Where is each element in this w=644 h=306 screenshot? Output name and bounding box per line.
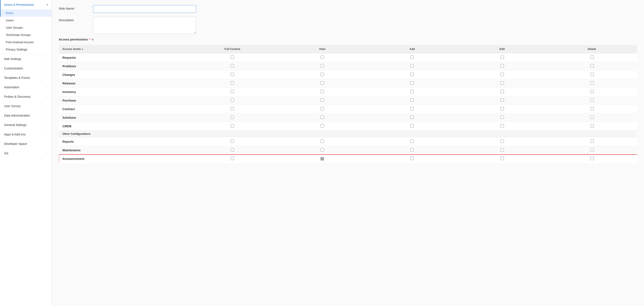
sidebar-item-roles[interactable]: Roles: [0, 9, 52, 17]
sidebar-section-automation[interactable]: Automation ›: [0, 82, 52, 92]
checkbox-announcement-add[interactable]: [410, 157, 414, 160]
checkbox-requests-full-control[interactable]: [230, 55, 234, 59]
checkbox-releases-full-control[interactable]: [230, 81, 234, 85]
checkbox-maintenance-view[interactable]: [320, 148, 324, 151]
checkbox-inventory-add[interactable]: [410, 90, 414, 93]
checkbox-purchase-view[interactable]: [320, 98, 324, 102]
checkbox-announcement-delete[interactable]: [590, 157, 594, 160]
row-label: Problems: [59, 62, 188, 70]
checkbox-reports-edit[interactable]: [500, 139, 504, 143]
sidebar-item-fine-grained-access[interactable]: Fine-Grained Access: [0, 38, 52, 46]
sidebar-item-users[interactable]: Users: [0, 17, 52, 24]
checkbox-problems-full-control[interactable]: [230, 64, 234, 67]
checkbox-requests-delete[interactable]: [590, 55, 594, 59]
checkbox-releases-view[interactable]: [320, 81, 324, 85]
sidebar-section-users-permissions[interactable]: Users & Permissions ∨: [0, 0, 52, 9]
cell-edit: [457, 53, 547, 62]
checkbox-solutions-add[interactable]: [410, 115, 414, 119]
checkbox-inventory-full-control[interactable]: [230, 90, 234, 93]
checkbox-releases-edit[interactable]: [500, 81, 504, 85]
role-name-input[interactable]: [93, 5, 196, 13]
sidebar-item-user-groups[interactable]: User Groups: [0, 24, 52, 31]
checkbox-changes-delete[interactable]: [590, 73, 594, 76]
checkbox-cmdb-add[interactable]: [410, 124, 414, 127]
sidebar-section-apps-label: Apps & Add-ons: [4, 133, 26, 136]
checkbox-cmdb-delete[interactable]: [590, 124, 594, 127]
sidebar-section-probes-discovery[interactable]: Probes & Discovery ›: [0, 92, 52, 101]
cell-add: [367, 146, 457, 155]
sidebar-section-zia[interactable]: Zia ›: [0, 148, 52, 158]
sidebar-item-privacy-settings[interactable]: Privacy Settings: [0, 46, 52, 53]
checkbox-reports-full-control[interactable]: [230, 139, 234, 143]
cell-delete: [547, 137, 637, 146]
checkbox-announcement-full-control[interactable]: [230, 157, 234, 160]
checkbox-changes-view[interactable]: [320, 73, 324, 76]
table-row: Reports: [59, 137, 637, 146]
checkbox-reports-add[interactable]: [410, 139, 414, 143]
checkbox-solutions-delete[interactable]: [590, 115, 594, 119]
checkbox-releases-delete[interactable]: [590, 81, 594, 85]
checkbox-changes-add[interactable]: [410, 73, 414, 76]
checkbox-contract-full-control[interactable]: [230, 107, 234, 110]
checkbox-contract-add[interactable]: [410, 107, 414, 110]
checkbox-purchase-edit[interactable]: [500, 98, 504, 102]
cell-view: [278, 122, 367, 130]
checkbox-changes-full-control[interactable]: [230, 73, 234, 76]
checkbox-inventory-edit[interactable]: [500, 90, 504, 93]
cell-add: [367, 70, 457, 79]
cell-edit: [457, 155, 547, 163]
cell-add: [367, 113, 457, 122]
checkbox-announcement-view-checked[interactable]: ✓: [320, 157, 324, 161]
sidebar-section-mail-settings[interactable]: Mail Settings ›: [0, 54, 52, 64]
checkbox-solutions-view[interactable]: [320, 115, 324, 119]
checkbox-problems-edit[interactable]: [500, 64, 504, 67]
checkbox-inventory-delete[interactable]: [590, 90, 594, 93]
checkbox-requests-edit[interactable]: [500, 55, 504, 59]
checkbox-reports-delete[interactable]: [590, 139, 594, 143]
cell-delete: [547, 53, 637, 62]
cell-view: [278, 113, 367, 122]
sidebar-section-templates-forms[interactable]: Templates & Forms ›: [0, 73, 52, 82]
sidebar-section-apps-addons[interactable]: Apps & Add-ons ›: [0, 130, 52, 139]
sidebar-item-technician-groups[interactable]: Technician Groups: [0, 31, 52, 38]
checkbox-solutions-edit[interactable]: [500, 115, 504, 119]
cell-edit: [457, 146, 547, 155]
checkbox-contract-edit[interactable]: [500, 107, 504, 110]
checkbox-cmdb-edit[interactable]: [500, 124, 504, 127]
checkbox-cmdb-view[interactable]: [320, 124, 324, 127]
chevron-down-icon[interactable]: ∨: [92, 38, 94, 41]
checkbox-problems-delete[interactable]: [590, 64, 594, 67]
checkbox-reports-view[interactable]: [320, 139, 324, 143]
sidebar-section-data-administration[interactable]: Data Administration ›: [0, 111, 52, 120]
checkbox-contract-view[interactable]: [320, 107, 324, 110]
chevron-icon: ›: [48, 86, 48, 89]
checkbox-cmdb-full-control[interactable]: [230, 124, 234, 127]
checkbox-maintenance-delete[interactable]: [590, 148, 594, 151]
checkbox-maintenance-full-control[interactable]: [230, 148, 234, 151]
checkbox-purchase-full-control[interactable]: [230, 98, 234, 102]
checkbox-purchase-add[interactable]: [410, 98, 414, 102]
checkbox-maintenance-edit[interactable]: [500, 148, 504, 151]
sidebar-section-general-settings[interactable]: General Settings ›: [0, 120, 52, 130]
checkbox-requests-view[interactable]: [320, 55, 324, 59]
checkbox-changes-edit[interactable]: [500, 73, 504, 76]
checkbox-purchase-delete[interactable]: [590, 98, 594, 102]
description-textarea[interactable]: [93, 17, 196, 34]
sidebar-section-developer-space[interactable]: Developer Space ›: [0, 139, 52, 148]
sidebar-section-customization[interactable]: Customization ›: [0, 64, 52, 73]
cell-delete: [547, 146, 637, 155]
checkbox-problems-view[interactable]: [320, 64, 324, 67]
checkbox-requests-add[interactable]: [410, 55, 414, 59]
cell-delete: [547, 96, 637, 105]
checkbox-maintenance-add[interactable]: [410, 148, 414, 151]
sidebar-section-user-survey[interactable]: User Survey ›: [0, 101, 52, 111]
checkbox-contract-delete[interactable]: [590, 107, 594, 110]
checkbox-inventory-view[interactable]: [320, 90, 324, 93]
checkbox-solutions-full-control[interactable]: [230, 115, 234, 119]
checkbox-releases-add[interactable]: [410, 81, 414, 85]
checkbox-problems-add[interactable]: [410, 64, 414, 67]
checkbox-announcement-edit[interactable]: [500, 157, 504, 160]
chevron-icon: ›: [48, 133, 48, 136]
cell-edit: [457, 105, 547, 113]
cell-edit: [457, 113, 547, 122]
